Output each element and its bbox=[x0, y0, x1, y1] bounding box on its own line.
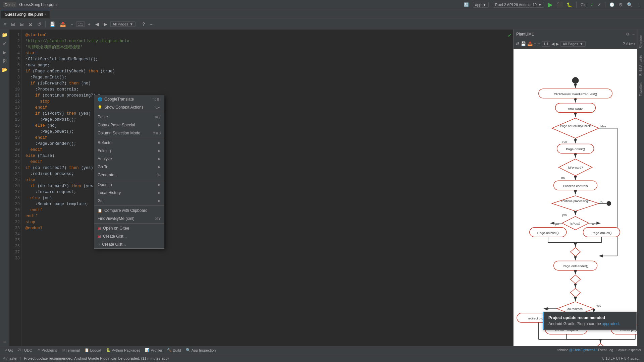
puml-zoom-out[interactable]: − bbox=[534, 41, 537, 46]
toolbar-export[interactable]: 📤 bbox=[58, 20, 67, 28]
git-icon: ⑂ bbox=[5, 348, 7, 352]
ctx-google-translate[interactable]: 🌐 GoogleTranslate ⌥⌘I bbox=[94, 95, 164, 103]
svg-marker-55 bbox=[571, 288, 581, 297]
sidebar-icon-project[interactable]: 📁 bbox=[0, 31, 9, 39]
toolbar-btn-1[interactable]: ≡ bbox=[2, 20, 8, 28]
demo-badge: Demo bbox=[3, 2, 16, 7]
sidebar-right-favorites[interactable]: Favorites bbox=[638, 80, 643, 99]
gitee-icon-1: ⊞ bbox=[98, 226, 101, 231]
gitee-icon-2: ⊟ bbox=[98, 234, 101, 239]
sidebar-icon-run[interactable]: ▶ bbox=[1, 48, 8, 56]
ctx-create-gist-2[interactable]: ○ Create Gist... bbox=[94, 240, 164, 248]
ctx-compare-clipboard[interactable]: 📋 Compare with Clipboard bbox=[94, 206, 164, 215]
pages-dropdown[interactable]: All Pages ▼ bbox=[110, 21, 136, 27]
ctx-context-actions[interactable]: 💡 Show Context Actions ⌥↵ bbox=[94, 103, 164, 111]
puml-save[interactable]: 💾 bbox=[521, 41, 526, 46]
toolbar-btn-2[interactable]: ⊞ bbox=[9, 20, 17, 28]
sidebar-right-build[interactable]: Build Variants bbox=[638, 53, 643, 78]
app-icon-1[interactable]: 🔙 bbox=[464, 2, 469, 7]
toolbar-zoom-in[interactable]: + bbox=[86, 20, 92, 28]
puml-next[interactable]: ▶ bbox=[556, 42, 559, 46]
app-dropdown[interactable]: app ▼ bbox=[473, 2, 489, 8]
editor-toolbar: ≡ ⊞ ⊟ ⊠ ↺ 💾 📤 − 1:1 + ◀ ▶ All Pages ▼ ? … bbox=[0, 19, 644, 29]
svg-text:isPost?: isPost? bbox=[571, 222, 580, 225]
puml-zoom-in[interactable]: + bbox=[538, 41, 541, 46]
ctx-copy-paste-special[interactable]: Copy / Paste Special ▶ bbox=[94, 121, 164, 129]
more-toolbar-icon[interactable]: ··· bbox=[148, 20, 155, 28]
toast-title: Project update recommended bbox=[548, 315, 632, 320]
stop-button[interactable]: ⬛ bbox=[557, 2, 562, 7]
event-log[interactable]: Event Log bbox=[598, 348, 613, 352]
sidebar-icon-db[interactable]: 🗄 bbox=[1, 57, 8, 65]
puml-prev[interactable]: ◀ bbox=[551, 42, 554, 46]
git-cross: ✗ bbox=[598, 2, 601, 7]
status-bar: ⑂ Git ☑ TODO ⚠ Problems ⊞ Terminal 📋 Log… bbox=[0, 346, 644, 354]
plantuml-panel: PlantUML ⚙ − ↺ 💾 📤 − + 1:1 ◀ ▶ All Pages… bbox=[513, 29, 637, 346]
plantuml-settings[interactable]: ⚙ bbox=[626, 32, 630, 37]
goto-arrow: ▶ bbox=[158, 165, 161, 169]
ctx-analyze[interactable]: Analyze ▶ bbox=[94, 155, 164, 163]
puml-pages[interactable]: All Pages ▼ bbox=[560, 41, 585, 47]
profiler-icon: 📊 bbox=[145, 348, 150, 352]
close-tab-button[interactable]: × bbox=[44, 12, 46, 16]
status-profiler[interactable]: 📊 Profiler bbox=[143, 347, 164, 353]
run-button[interactable]: ▶ bbox=[548, 1, 553, 8]
help-icon[interactable]: ? bbox=[141, 20, 147, 28]
svg-marker-53 bbox=[571, 275, 581, 284]
debug-button[interactable]: 🐛 bbox=[567, 2, 572, 7]
svg-text:no: no bbox=[561, 176, 565, 180]
toolbar-btn-5[interactable]: ↺ bbox=[36, 20, 43, 28]
plantuml-minimize[interactable]: − bbox=[632, 32, 635, 37]
context-actions-shortcut: ⌥↵ bbox=[154, 106, 161, 109]
svg-point-0 bbox=[572, 77, 579, 84]
context-actions-icon: 💡 bbox=[98, 105, 102, 110]
status-problems[interactable]: ⚠ Problems bbox=[35, 347, 59, 353]
sidebar-icon-structure[interactable]: ≡ bbox=[2, 338, 7, 346]
translate-shortcut: ⌥⌘I bbox=[152, 98, 161, 101]
ctx-open-gitee[interactable]: ⊞ Open on Gitee bbox=[94, 224, 164, 232]
device-label: Pixel 2 API 29 Android 10 bbox=[495, 3, 537, 7]
status-terminal[interactable]: ⊞ Terminal bbox=[60, 347, 82, 353]
status-python[interactable]: 🐍 Python Packages bbox=[104, 347, 143, 353]
ctx-paste[interactable]: Paste ⌘V bbox=[94, 113, 164, 121]
status-git[interactable]: ⑂ Git bbox=[3, 348, 15, 353]
status-build[interactable]: 🔨 Build bbox=[165, 347, 183, 353]
project-notice: Project update recommended: Android Grad… bbox=[24, 356, 169, 360]
ctx-open-in[interactable]: Open In ▶ bbox=[94, 181, 164, 189]
puml-refresh[interactable]: ↺ bbox=[516, 41, 519, 46]
svg-marker-8 bbox=[552, 118, 599, 138]
toolbar-prev[interactable]: ◀ bbox=[94, 20, 101, 28]
toolbar-btn-4[interactable]: ⊠ bbox=[27, 20, 34, 28]
sidebar-icon-commit[interactable]: ✔ bbox=[1, 40, 8, 48]
svg-marker-48 bbox=[571, 248, 581, 256]
ctx-generate[interactable]: Generate... ^N bbox=[94, 171, 164, 179]
toolbar-next[interactable]: ▶ bbox=[102, 20, 109, 28]
plantuml-diagram: ClickServlet.handleRequest() new page Pa… bbox=[514, 49, 637, 346]
settings-icon[interactable]: ⚙ bbox=[619, 2, 623, 7]
sidebar-icon-resource[interactable]: 📂 bbox=[0, 66, 9, 74]
device-dropdown[interactable]: Pixel 2 API 29 Android 10 ▼ bbox=[493, 2, 544, 8]
search-icon[interactable]: 🔍 bbox=[627, 2, 633, 7]
ctx-local-history[interactable]: Local History ▶ bbox=[94, 189, 164, 197]
layout-inspector[interactable]: Layout Inspector bbox=[616, 348, 641, 352]
sidebar-right-structure[interactable]: Structure bbox=[638, 32, 643, 51]
status-todo[interactable]: ☑ TODO bbox=[15, 347, 35, 353]
ctx-findviewbyme[interactable]: FindViewByMe (xml) ⌘Y bbox=[94, 215, 164, 223]
ctx-git[interactable]: Git ▶ bbox=[94, 197, 164, 205]
puml-help[interactable]: ? bbox=[623, 42, 625, 46]
toolbar-zoom-out[interactable]: − bbox=[69, 20, 75, 28]
ctx-create-gist-1[interactable]: ⊟ Create Gist... bbox=[94, 232, 164, 240]
ctx-refactor[interactable]: Refactor ▶ bbox=[94, 139, 164, 147]
toolbar-save[interactable]: 💾 bbox=[48, 20, 57, 28]
more-icon[interactable]: ⋮ bbox=[637, 2, 641, 7]
ctx-column-selection[interactable]: Column Selection Mode ⇧⌘8 bbox=[94, 129, 164, 137]
toast-link[interactable]: upgraded. bbox=[602, 321, 620, 326]
tab-guesssong[interactable]: GuessSongTitle.puml × bbox=[1, 10, 50, 18]
status-logcat[interactable]: 📋 Logcat bbox=[83, 347, 103, 353]
status-app-inspection[interactable]: 🔍 App Inspection bbox=[184, 347, 218, 353]
svg-text:ClickServlet.handleRequest(): ClickServlet.handleRequest() bbox=[554, 92, 597, 96]
ctx-folding[interactable]: Folding ▶ bbox=[94, 147, 164, 155]
toolbar-btn-3[interactable]: ⊟ bbox=[18, 20, 25, 28]
puml-export[interactable]: 📤 bbox=[527, 41, 533, 46]
ctx-goto[interactable]: Go To ▶ bbox=[94, 163, 164, 171]
